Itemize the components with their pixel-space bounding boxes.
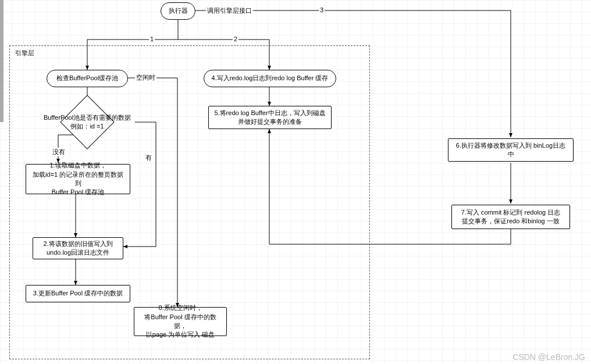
node-step5-text: 5.将redo log Buffer中日志，写入到磁盘 并做好提交事务的准备 bbox=[214, 109, 325, 127]
edge-three: 3 bbox=[319, 6, 325, 13]
edge-one: 1 bbox=[149, 35, 155, 42]
node-step8: 8.系统空闲时， 将Buffer Pool 缓存中的数据， 以page 为单位写… bbox=[134, 307, 227, 336]
edge-call-engine: 调用引擎层接口 bbox=[206, 6, 253, 15]
edge-idle: 空闲时 bbox=[135, 73, 156, 82]
node-step1: 1.读取磁盘中数据， 加载id=1 的记录所在的整页数据到 Buffer Poo… bbox=[26, 164, 130, 194]
node-step4-text: 4.写入redo.log日志到redo log Buffer 缓存 bbox=[212, 74, 329, 83]
edge-no: 没有 bbox=[51, 148, 66, 156]
edge-has: 有 bbox=[144, 154, 153, 162]
node-step3-text: 3.更新Buffer Pool 缓存中的数据 bbox=[33, 289, 123, 298]
left-sidebar bbox=[0, 0, 3, 122]
node-step8-text: 8.系统空闲时， 将Buffer Pool 缓存中的数据， 以page 为单位写… bbox=[139, 304, 222, 340]
engine-layer-label: 引擎层 bbox=[14, 49, 35, 58]
node-step7-text: 7.写入 commit 标记到 redolog 日志 提交事务，保证redo 和… bbox=[461, 208, 561, 226]
node-step4: 4.写入redo.log日志到redo log Buffer 缓存 bbox=[204, 70, 336, 87]
edge-two: 2 bbox=[233, 35, 238, 42]
node-step3: 3.更新Buffer Pool 缓存中的数据 bbox=[26, 285, 130, 302]
node-step1-text: 1.读取磁盘中数据， 加载id=1 的记录所在的整页数据到 Buffer Poo… bbox=[31, 161, 125, 197]
diamond-text-span: BufferPool池是否有需要的数据 例如：id =1 bbox=[44, 113, 131, 131]
node-executor: 执行器 bbox=[161, 2, 195, 20]
watermark: CSDN @LeBron.JG bbox=[512, 352, 585, 362]
node-check-buffer: 检查BufferPool缓存池 bbox=[47, 70, 128, 87]
node-step6: 6.执行器将修改数据写入到 binLog日志中 bbox=[448, 138, 574, 162]
node-check-buffer-text: 检查BufferPool缓存池 bbox=[56, 74, 118, 83]
node-step6-text: 6.执行器将修改数据写入到 binLog日志中 bbox=[453, 141, 568, 159]
node-step5: 5.将redo log Buffer中日志，写入到磁盘 并做好提交事务的准备 bbox=[208, 106, 332, 129]
node-has-data-text: BufferPool池是否有需要的数据 例如：id =1 bbox=[35, 108, 140, 136]
node-step2-text: 2.将该数据的旧值写入到 undo.log回滚日志文件 bbox=[43, 240, 112, 258]
node-executor-text: 执行器 bbox=[169, 6, 188, 15]
node-step7: 7.写入 commit 标记到 redolog 日志 提交事务，保证redo 和… bbox=[451, 205, 570, 229]
node-step2: 2.将该数据的旧值写入到 undo.log回滚日志文件 bbox=[33, 237, 123, 259]
